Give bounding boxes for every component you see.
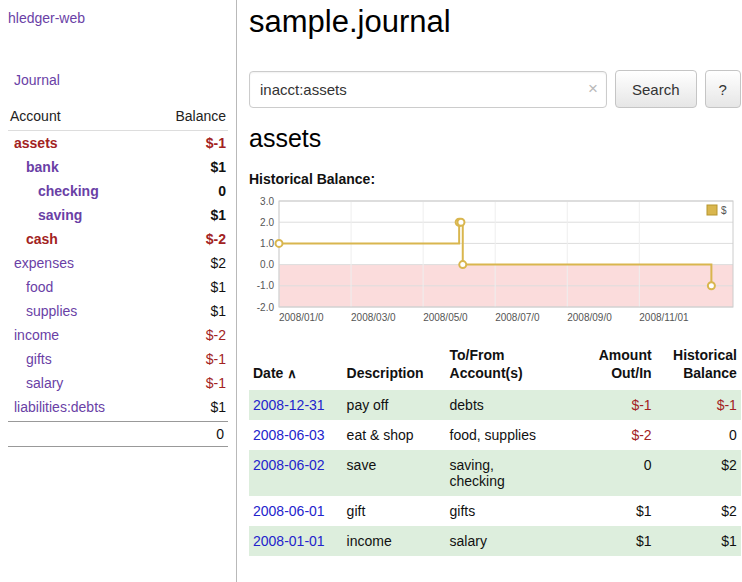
- accounts-total-row: 0: [8, 421, 228, 447]
- account-row: salary$-1: [8, 371, 228, 395]
- svg-text:0.0: 0.0: [260, 259, 274, 270]
- accounts-header-row: Account Balance: [8, 104, 228, 131]
- column-header-amount: AmountOut/In: [584, 345, 655, 390]
- app-window: hledger-web Journal Account Balance asse…: [0, 0, 742, 582]
- svg-text:2008/07/0: 2008/07/0: [495, 312, 540, 323]
- account-row: bank$1: [8, 155, 228, 179]
- svg-text:-2.0: -2.0: [257, 302, 275, 313]
- accounts-total-value: 0: [216, 426, 224, 442]
- transaction-row: 2008-12-31pay offdebts$-1$-1: [249, 390, 741, 420]
- svg-text:2008/01/0: 2008/01/0: [279, 312, 324, 323]
- account-link-liabilities:debts[interactable]: liabilities:debts: [10, 399, 105, 415]
- journal-nav-link[interactable]: Journal: [14, 72, 228, 88]
- account-row: supplies$1: [8, 299, 228, 323]
- account-row: expenses$2: [8, 251, 228, 275]
- page-title: sample.journal: [249, 4, 741, 40]
- accounts-rows: assets$-1bank$1checking0saving$1cash$-2e…: [8, 131, 228, 419]
- txn-accounts: debts: [446, 390, 585, 420]
- column-header-accounts: To/FromAccount(s): [446, 345, 585, 390]
- account-balance: 0: [218, 183, 226, 199]
- historical-balance-chart: 3.02.01.00.0-1.0-2.02008/01/02008/03/020…: [249, 195, 735, 331]
- sidebar: hledger-web Journal Account Balance asse…: [0, 0, 237, 582]
- app-title-link[interactable]: hledger-web: [8, 10, 228, 26]
- txn-accounts: gifts: [446, 496, 585, 526]
- account-link-gifts[interactable]: gifts: [10, 351, 52, 367]
- sort-ascending-icon: ∧: [287, 366, 297, 381]
- transaction-row: 2008-01-01incomesalary$1$1: [249, 526, 741, 556]
- account-link-bank[interactable]: bank: [10, 159, 59, 175]
- svg-text:1.0: 1.0: [260, 238, 274, 249]
- account-balance: $1: [210, 303, 226, 319]
- account-link-food[interactable]: food: [10, 279, 53, 295]
- txn-amount: $1: [584, 526, 655, 556]
- txn-amount: $-2: [584, 420, 655, 450]
- txn-amount: $1: [584, 496, 655, 526]
- search-input[interactable]: [249, 71, 607, 108]
- txn-date-link[interactable]: 2008-12-31: [253, 397, 325, 413]
- accounts-header-balance: Balance: [175, 108, 226, 124]
- accounts-header-account: Account: [10, 108, 61, 124]
- svg-text:2008/03/0: 2008/03/0: [351, 312, 396, 323]
- account-balance: $-1: [206, 375, 226, 391]
- account-row: income$-2: [8, 323, 228, 347]
- txn-date-cell: 2008-06-02: [249, 450, 343, 496]
- account-balance: $-1: [206, 351, 226, 367]
- svg-text:$: $: [721, 205, 727, 216]
- column-header-date[interactable]: Date∧: [249, 345, 343, 390]
- clear-search-icon[interactable]: ×: [588, 79, 598, 99]
- transaction-row: 2008-06-02savesaving, checking0$2: [249, 450, 741, 496]
- account-link-cash[interactable]: cash: [10, 231, 58, 247]
- svg-text:2008/09/0: 2008/09/0: [567, 312, 612, 323]
- txn-date-link[interactable]: 2008-06-02: [253, 457, 325, 473]
- account-link-saving[interactable]: saving: [10, 207, 82, 223]
- svg-text:2008/11/01: 2008/11/01: [639, 312, 689, 323]
- account-balance: $-2: [206, 231, 226, 247]
- txn-description: income: [343, 526, 446, 556]
- account-balance: $-1: [206, 135, 226, 151]
- account-row: saving$1: [8, 203, 228, 227]
- txn-balance: $2: [656, 496, 741, 526]
- search-button[interactable]: Search: [615, 70, 697, 108]
- txn-description: save: [343, 450, 446, 496]
- account-link-salary[interactable]: salary: [10, 375, 63, 391]
- txn-date-cell: 2008-06-03: [249, 420, 343, 450]
- account-row: liabilities:debts$1: [8, 395, 228, 419]
- txn-date-link[interactable]: 2008-06-03: [253, 427, 325, 443]
- txn-amount: 0: [584, 450, 655, 496]
- column-header-balance: HistoricalBalance: [656, 345, 741, 390]
- date-header-label: Date: [253, 365, 283, 381]
- txn-description: pay off: [343, 390, 446, 420]
- transactions-header-row: Date∧ Description To/FromAccount(s) Amou…: [249, 345, 741, 390]
- txn-balance: $2: [656, 450, 741, 496]
- txn-date-cell: 2008-12-31: [249, 390, 343, 420]
- main-content: sample.journal × Search ? assets Histori…: [237, 0, 742, 582]
- account-row: gifts$-1: [8, 347, 228, 371]
- account-balance: $2: [210, 255, 226, 271]
- txn-description: eat & shop: [343, 420, 446, 450]
- account-link-assets[interactable]: assets: [10, 135, 58, 151]
- chart-title: Historical Balance:: [249, 171, 741, 187]
- txn-date-link[interactable]: 2008-06-01: [253, 503, 325, 519]
- account-link-supplies[interactable]: supplies: [10, 303, 77, 319]
- account-link-checking[interactable]: checking: [10, 183, 99, 199]
- account-balance: $1: [210, 159, 226, 175]
- svg-text:2008/05/0: 2008/05/0: [423, 312, 468, 323]
- account-link-income[interactable]: income: [10, 327, 59, 343]
- txn-description: gift: [343, 496, 446, 526]
- help-button[interactable]: ?: [705, 70, 741, 108]
- transactions-table: Date∧ Description To/FromAccount(s) Amou…: [249, 345, 741, 556]
- txn-date-link[interactable]: 2008-01-01: [253, 533, 325, 549]
- txn-date-cell: 2008-01-01: [249, 526, 343, 556]
- column-header-description: Description: [343, 345, 446, 390]
- txn-balance: $1: [656, 526, 741, 556]
- account-balance: $1: [210, 207, 226, 223]
- svg-text:2.0: 2.0: [260, 217, 274, 228]
- svg-text:-1.0: -1.0: [257, 280, 275, 291]
- account-balance: $1: [210, 279, 226, 295]
- account-row: assets$-1: [8, 131, 228, 155]
- accounts-tree: Account Balance assets$-1bank$1checking0…: [8, 104, 228, 447]
- account-link-expenses[interactable]: expenses: [10, 255, 74, 271]
- search-bar: × Search ?: [249, 70, 741, 108]
- transaction-row: 2008-06-01giftgifts$1$2: [249, 496, 741, 526]
- account-balance: $-2: [206, 327, 226, 343]
